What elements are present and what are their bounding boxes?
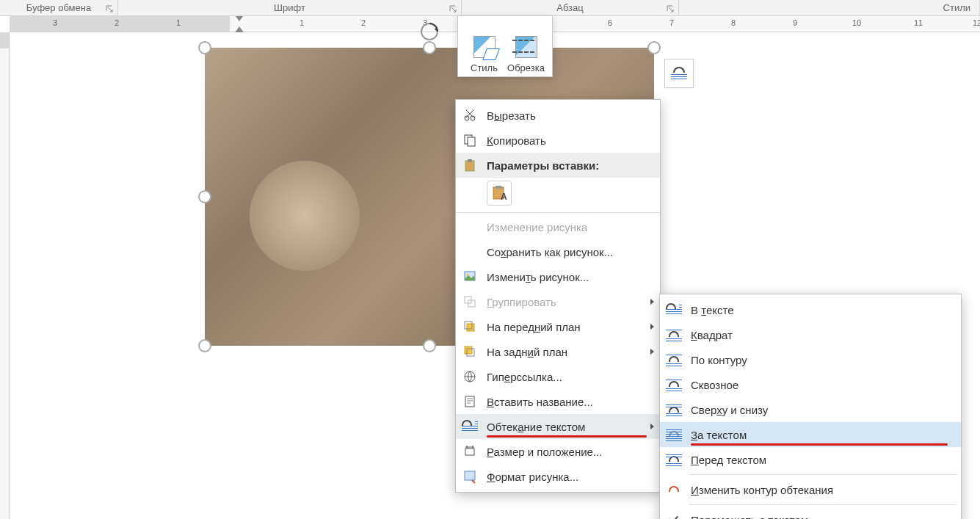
menu-item-label: Группировать (487, 296, 647, 308)
wrap-behind-text[interactable]: За текстом (660, 422, 961, 447)
send-back-icon (462, 344, 478, 360)
crop-button[interactable]: Обрезка (507, 21, 545, 73)
submenu-arrow-icon (650, 299, 654, 305)
format-picture-icon (462, 468, 478, 484)
crop-label: Обрезка (507, 62, 545, 73)
edit-picture-icon (462, 269, 478, 285)
wrap-move-with-text[interactable]: Перемещать с текстом (660, 507, 961, 519)
vertical-ruler[interactable] (0, 32, 10, 519)
ruler-number: 1 (300, 18, 304, 27)
menu-item-label: На задний план (487, 346, 647, 358)
size-position-icon (462, 443, 478, 460)
picture-style-button[interactable]: Стиль (465, 21, 503, 73)
ribbon-group-labels: Буфер обмена Шрифт Абзац Стили (0, 0, 980, 16)
menu-item-size-position[interactable]: Размер и положение... (456, 439, 660, 464)
wrap-text-submenu: В тексте Квадрат По контуру Сквозное Све… (659, 294, 962, 519)
paste-icon (462, 157, 478, 173)
ruler-number: 9 (793, 18, 797, 27)
ruler-number: 3 (53, 18, 57, 27)
ribbon-group-clipboard-label: Буфер обмена (26, 2, 91, 13)
paste-options-row: A (456, 178, 660, 213)
menu-item-save-as-picture[interactable]: Сохранить как рисунок... (456, 239, 660, 264)
resize-handle-ml[interactable] (198, 190, 211, 203)
hyperlink-icon (462, 369, 478, 385)
svg-rect-5 (465, 161, 474, 171)
svg-rect-6 (468, 159, 472, 162)
resize-handle-tr[interactable] (647, 41, 661, 54)
wrap-tight[interactable]: По контуру (660, 347, 961, 372)
ribbon-group-styles-label: Стили (943, 2, 970, 13)
menu-item-label: Вырезать (487, 109, 647, 122)
ruler-margin-shade (0, 32, 9, 48)
wrap-through[interactable]: Сквозное (660, 372, 961, 397)
menu-item-label: За текстом (691, 429, 948, 441)
ruler-number: 1 (176, 18, 181, 27)
svg-rect-8 (496, 186, 501, 189)
paste-option-keep-source[interactable]: A (487, 181, 512, 206)
first-line-indent-marker[interactable] (236, 16, 243, 21)
blank-icon (462, 244, 478, 260)
ribbon-group-clipboard: Буфер обмена (0, 0, 118, 15)
menu-separator (689, 474, 957, 475)
wrap-top-bottom[interactable]: Сверху и снизу (660, 397, 961, 422)
rotate-handle[interactable] (419, 21, 440, 42)
svg-rect-19 (465, 396, 474, 407)
ruler-number: 11 (914, 18, 923, 27)
dialog-launcher-icon[interactable] (667, 5, 675, 14)
wrap-inline[interactable]: В тексте (660, 297, 961, 322)
resize-handle-bc[interactable] (423, 339, 436, 352)
menu-item-label: Перемещать с текстом (691, 514, 948, 520)
svg-rect-21 (465, 471, 475, 480)
menu-item-hyperlink[interactable]: Гиперссылка... (456, 364, 660, 389)
menu-item-label: Сохранить как рисунок... (487, 246, 647, 258)
resize-handle-tl[interactable] (198, 41, 211, 54)
svg-rect-14 (467, 324, 474, 331)
ruler-number: 12 (973, 18, 980, 27)
context-menu: Вырезать Копировать Параметры вставки: A… (455, 99, 661, 493)
ribbon-group-paragraph-label: Абзац (556, 2, 583, 13)
highlight-underline (691, 443, 948, 446)
copy-icon (462, 132, 478, 148)
edit-wrap-points-icon (666, 482, 682, 498)
menu-item-label: Размер и положение... (487, 446, 647, 458)
menu-item-format-picture[interactable]: Формат рисунка... (456, 464, 660, 489)
ribbon-group-styles: Стили (679, 0, 980, 15)
menu-item-label: Изменение рисунка (487, 221, 647, 233)
menu-item-label: Обтекание текстом (487, 421, 647, 433)
wrap-edit-points[interactable]: Изменить контур обтекания (660, 477, 961, 502)
cut-icon (462, 107, 478, 123)
menu-item-cut[interactable]: Вырезать (456, 103, 660, 128)
layout-options-button[interactable] (664, 59, 694, 88)
menu-item-send-back[interactable]: На задний план (456, 339, 660, 364)
blank-icon (462, 219, 478, 235)
menu-item-group: Группировать (456, 289, 660, 314)
menu-item-insert-caption[interactable]: Вставить название... (456, 389, 660, 414)
menu-item-change-picture: Изменение рисунка (456, 214, 660, 239)
menu-item-label: Изменить рисунок... (487, 271, 647, 283)
resize-handle-bl[interactable] (198, 339, 211, 352)
ruler-number: 6 (608, 18, 612, 27)
menu-item-label: Формат рисунка... (487, 471, 647, 483)
caption-icon (462, 393, 478, 410)
wrap-through-icon (666, 377, 682, 393)
menu-item-bring-front[interactable]: На передний план (456, 314, 660, 339)
bring-front-icon (462, 319, 478, 335)
menu-item-label: Гиперссылка... (487, 371, 647, 383)
dialog-launcher-icon[interactable] (106, 5, 115, 14)
menu-item-edit-picture[interactable]: Изменить рисунок... (456, 264, 660, 289)
wrap-topbottom-icon (666, 402, 682, 418)
menu-item-label: В тексте (691, 304, 948, 316)
dialog-launcher-icon[interactable] (449, 5, 458, 14)
menu-item-copy[interactable]: Копировать (456, 128, 660, 153)
menu-item-label: Сквозное (691, 379, 948, 391)
ruler-number: 8 (731, 18, 736, 27)
wrap-in-front[interactable]: Перед текстом (660, 447, 961, 472)
group-icon (462, 294, 478, 310)
wrap-square[interactable]: Квадрат (660, 322, 961, 347)
layout-options-icon (671, 67, 687, 80)
menu-item-label: Изменить контур обтекания (691, 484, 948, 496)
ruler-number: 10 (852, 18, 861, 27)
resize-handle-tc[interactable] (423, 41, 436, 54)
menu-item-label: Копировать (487, 134, 647, 147)
menu-item-wrap-text[interactable]: Обтекание текстом (456, 414, 660, 439)
